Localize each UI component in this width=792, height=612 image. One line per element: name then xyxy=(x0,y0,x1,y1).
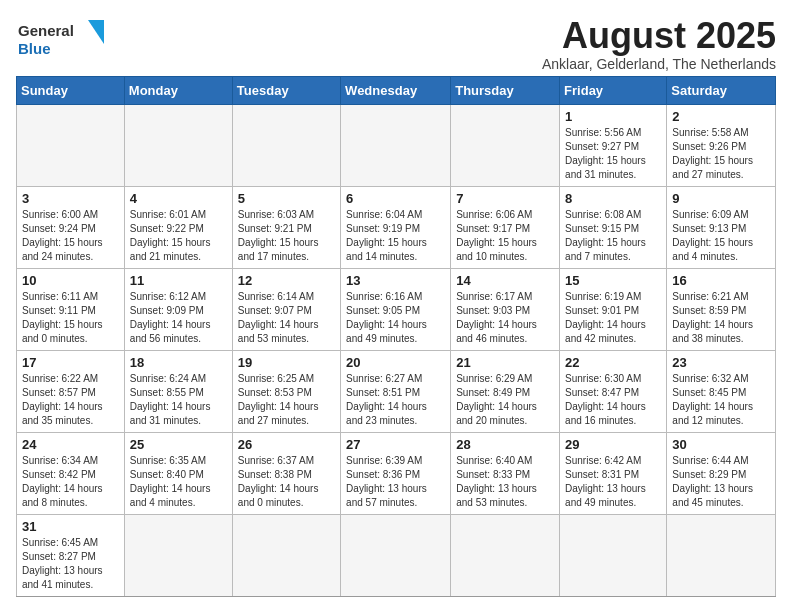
header-sunday: Sunday xyxy=(17,76,125,104)
day-info: Sunrise: 6:11 AM Sunset: 9:11 PM Dayligh… xyxy=(22,290,119,346)
logo: General Blue xyxy=(16,16,116,60)
table-row xyxy=(341,104,451,186)
day-info: Sunrise: 6:29 AM Sunset: 8:49 PM Dayligh… xyxy=(456,372,554,428)
table-row: 11Sunrise: 6:12 AM Sunset: 9:09 PM Dayli… xyxy=(124,268,232,350)
day-info: Sunrise: 5:56 AM Sunset: 9:27 PM Dayligh… xyxy=(565,126,661,182)
table-row: 12Sunrise: 6:14 AM Sunset: 9:07 PM Dayli… xyxy=(232,268,340,350)
table-row: 20Sunrise: 6:27 AM Sunset: 8:51 PM Dayli… xyxy=(341,350,451,432)
day-number: 19 xyxy=(238,355,335,370)
day-number: 18 xyxy=(130,355,227,370)
day-info: Sunrise: 6:00 AM Sunset: 9:24 PM Dayligh… xyxy=(22,208,119,264)
table-row: 10Sunrise: 6:11 AM Sunset: 9:11 PM Dayli… xyxy=(17,268,125,350)
table-row xyxy=(232,104,340,186)
svg-text:Blue: Blue xyxy=(18,40,51,57)
day-info: Sunrise: 6:19 AM Sunset: 9:01 PM Dayligh… xyxy=(565,290,661,346)
day-number: 7 xyxy=(456,191,554,206)
table-row: 27Sunrise: 6:39 AM Sunset: 8:36 PM Dayli… xyxy=(341,432,451,514)
day-number: 10 xyxy=(22,273,119,288)
table-row: 18Sunrise: 6:24 AM Sunset: 8:55 PM Dayli… xyxy=(124,350,232,432)
day-info: Sunrise: 6:16 AM Sunset: 9:05 PM Dayligh… xyxy=(346,290,445,346)
table-row: 29Sunrise: 6:42 AM Sunset: 8:31 PM Dayli… xyxy=(560,432,667,514)
table-row: 23Sunrise: 6:32 AM Sunset: 8:45 PM Dayli… xyxy=(667,350,776,432)
day-info: Sunrise: 6:32 AM Sunset: 8:45 PM Dayligh… xyxy=(672,372,770,428)
calendar-header-row: Sunday Monday Tuesday Wednesday Thursday… xyxy=(17,76,776,104)
day-info: Sunrise: 6:17 AM Sunset: 9:03 PM Dayligh… xyxy=(456,290,554,346)
day-number: 4 xyxy=(130,191,227,206)
table-row xyxy=(17,104,125,186)
day-number: 8 xyxy=(565,191,661,206)
table-row: 30Sunrise: 6:44 AM Sunset: 8:29 PM Dayli… xyxy=(667,432,776,514)
table-row xyxy=(451,104,560,186)
day-number: 1 xyxy=(565,109,661,124)
day-info: Sunrise: 6:08 AM Sunset: 9:15 PM Dayligh… xyxy=(565,208,661,264)
logo-svg: General Blue xyxy=(16,16,116,60)
table-row xyxy=(124,104,232,186)
day-number: 14 xyxy=(456,273,554,288)
table-row: 21Sunrise: 6:29 AM Sunset: 8:49 PM Dayli… xyxy=(451,350,560,432)
day-info: Sunrise: 6:45 AM Sunset: 8:27 PM Dayligh… xyxy=(22,536,119,592)
day-info: Sunrise: 6:44 AM Sunset: 8:29 PM Dayligh… xyxy=(672,454,770,510)
day-info: Sunrise: 6:12 AM Sunset: 9:09 PM Dayligh… xyxy=(130,290,227,346)
day-number: 17 xyxy=(22,355,119,370)
day-number: 9 xyxy=(672,191,770,206)
day-number: 27 xyxy=(346,437,445,452)
table-row: 6Sunrise: 6:04 AM Sunset: 9:19 PM Daylig… xyxy=(341,186,451,268)
day-info: Sunrise: 6:34 AM Sunset: 8:42 PM Dayligh… xyxy=(22,454,119,510)
table-row: 13Sunrise: 6:16 AM Sunset: 9:05 PM Dayli… xyxy=(341,268,451,350)
day-number: 12 xyxy=(238,273,335,288)
day-info: Sunrise: 6:09 AM Sunset: 9:13 PM Dayligh… xyxy=(672,208,770,264)
day-info: Sunrise: 6:22 AM Sunset: 8:57 PM Dayligh… xyxy=(22,372,119,428)
day-number: 23 xyxy=(672,355,770,370)
day-number: 16 xyxy=(672,273,770,288)
table-row: 3Sunrise: 6:00 AM Sunset: 9:24 PM Daylig… xyxy=(17,186,125,268)
day-number: 24 xyxy=(22,437,119,452)
table-row: 22Sunrise: 6:30 AM Sunset: 8:47 PM Dayli… xyxy=(560,350,667,432)
month-title: August 2025 xyxy=(542,16,776,56)
day-number: 26 xyxy=(238,437,335,452)
day-info: Sunrise: 6:21 AM Sunset: 8:59 PM Dayligh… xyxy=(672,290,770,346)
table-row: 25Sunrise: 6:35 AM Sunset: 8:40 PM Dayli… xyxy=(124,432,232,514)
day-info: Sunrise: 6:01 AM Sunset: 9:22 PM Dayligh… xyxy=(130,208,227,264)
day-info: Sunrise: 6:40 AM Sunset: 8:33 PM Dayligh… xyxy=(456,454,554,510)
table-row: 15Sunrise: 6:19 AM Sunset: 9:01 PM Dayli… xyxy=(560,268,667,350)
table-row: 7Sunrise: 6:06 AM Sunset: 9:17 PM Daylig… xyxy=(451,186,560,268)
table-row: 28Sunrise: 6:40 AM Sunset: 8:33 PM Dayli… xyxy=(451,432,560,514)
table-row: 14Sunrise: 6:17 AM Sunset: 9:03 PM Dayli… xyxy=(451,268,560,350)
day-info: Sunrise: 6:03 AM Sunset: 9:21 PM Dayligh… xyxy=(238,208,335,264)
header-thursday: Thursday xyxy=(451,76,560,104)
table-row: 26Sunrise: 6:37 AM Sunset: 8:38 PM Dayli… xyxy=(232,432,340,514)
day-info: Sunrise: 6:30 AM Sunset: 8:47 PM Dayligh… xyxy=(565,372,661,428)
day-number: 21 xyxy=(456,355,554,370)
day-info: Sunrise: 6:24 AM Sunset: 8:55 PM Dayligh… xyxy=(130,372,227,428)
header-friday: Friday xyxy=(560,76,667,104)
calendar-table: Sunday Monday Tuesday Wednesday Thursday… xyxy=(16,76,776,597)
table-row: 24Sunrise: 6:34 AM Sunset: 8:42 PM Dayli… xyxy=(17,432,125,514)
header-wednesday: Wednesday xyxy=(341,76,451,104)
table-row xyxy=(667,514,776,596)
day-info: Sunrise: 6:25 AM Sunset: 8:53 PM Dayligh… xyxy=(238,372,335,428)
day-number: 11 xyxy=(130,273,227,288)
table-row: 8Sunrise: 6:08 AM Sunset: 9:15 PM Daylig… xyxy=(560,186,667,268)
day-number: 25 xyxy=(130,437,227,452)
day-number: 20 xyxy=(346,355,445,370)
day-info: Sunrise: 6:04 AM Sunset: 9:19 PM Dayligh… xyxy=(346,208,445,264)
header-tuesday: Tuesday xyxy=(232,76,340,104)
day-info: Sunrise: 5:58 AM Sunset: 9:26 PM Dayligh… xyxy=(672,126,770,182)
header-monday: Monday xyxy=(124,76,232,104)
day-number: 30 xyxy=(672,437,770,452)
table-row: 5Sunrise: 6:03 AM Sunset: 9:21 PM Daylig… xyxy=(232,186,340,268)
table-row xyxy=(124,514,232,596)
day-info: Sunrise: 6:06 AM Sunset: 9:17 PM Dayligh… xyxy=(456,208,554,264)
day-number: 22 xyxy=(565,355,661,370)
table-row xyxy=(232,514,340,596)
day-info: Sunrise: 6:14 AM Sunset: 9:07 PM Dayligh… xyxy=(238,290,335,346)
table-row xyxy=(560,514,667,596)
page-header: General Blue August 2025 Anklaar, Gelder… xyxy=(16,16,776,72)
subtitle: Anklaar, Gelderland, The Netherlands xyxy=(542,56,776,72)
day-number: 3 xyxy=(22,191,119,206)
title-area: August 2025 Anklaar, Gelderland, The Net… xyxy=(542,16,776,72)
table-row: 31Sunrise: 6:45 AM Sunset: 8:27 PM Dayli… xyxy=(17,514,125,596)
day-number: 29 xyxy=(565,437,661,452)
day-info: Sunrise: 6:27 AM Sunset: 8:51 PM Dayligh… xyxy=(346,372,445,428)
table-row: 16Sunrise: 6:21 AM Sunset: 8:59 PM Dayli… xyxy=(667,268,776,350)
